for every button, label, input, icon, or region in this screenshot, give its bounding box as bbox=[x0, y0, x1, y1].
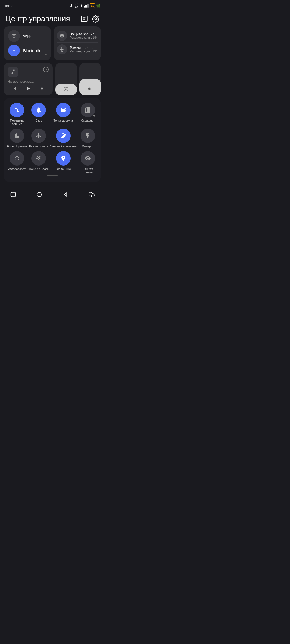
energy-icon-wrap bbox=[56, 129, 71, 143]
location-icon bbox=[60, 155, 67, 162]
quick-item-eyeprotect[interactable]: Защита зрения bbox=[78, 151, 98, 174]
honorshare-icon-wrap bbox=[31, 151, 46, 166]
hotspot-label: Точка доступа bbox=[53, 119, 73, 122]
brightness-slider-tile[interactable] bbox=[55, 63, 77, 95]
night-icon-wrap bbox=[10, 129, 24, 143]
eye-protect-row[interactable]: Защита зрения Рекомендации с ИИ bbox=[57, 29, 98, 42]
flight-mode-row[interactable]: Режим полета Рекомендации с ИИ bbox=[57, 42, 98, 56]
flight-mode-text: Режим полета Рекомендации с ИИ bbox=[70, 46, 97, 53]
music-icon bbox=[10, 69, 16, 75]
no-play-label: Не воспроизвод... bbox=[8, 79, 49, 83]
honorshare-label: HONOR Share bbox=[29, 167, 48, 171]
torch-icon bbox=[85, 133, 91, 139]
data-icon bbox=[14, 107, 20, 113]
share-button[interactable] bbox=[87, 190, 96, 199]
geo-icon-wrap bbox=[56, 151, 71, 166]
geo-label: Геоданные bbox=[56, 167, 71, 171]
back-button[interactable] bbox=[61, 190, 70, 199]
prev-button[interactable] bbox=[12, 86, 17, 91]
media-player-tile[interactable]: Не воспроизвод... bbox=[4, 63, 53, 95]
carrier-label: Tele2 bbox=[4, 4, 13, 8]
top-tiles: Wi-Fi Bluetooth Защита зрения Рекомендац… bbox=[0, 26, 105, 63]
status-bar: Tele2 5.8K/s 11 🌿 bbox=[0, 0, 105, 10]
svg-point-6 bbox=[95, 18, 97, 20]
bluetooth-row[interactable]: Bluetooth bbox=[8, 45, 47, 56]
svg-point-11 bbox=[37, 192, 42, 197]
svg-rect-3 bbox=[87, 4, 88, 7]
quick-item-energy[interactable]: Энергосбережение bbox=[50, 129, 77, 148]
honorshare-icon bbox=[35, 155, 42, 162]
rotate-label: Автоповорот bbox=[8, 167, 26, 171]
control-center-header: Центр управления bbox=[0, 10, 105, 26]
eye-protect-title: Защита зрения bbox=[70, 32, 97, 36]
signal-icon bbox=[84, 4, 89, 8]
quick-item-geo[interactable]: Геоданные bbox=[50, 151, 77, 174]
status-icons: 5.8K/s 11 🌿 bbox=[70, 3, 100, 9]
data-label: Передача данных bbox=[6, 119, 27, 126]
quick-item-screenshot[interactable]: Скришнот bbox=[78, 103, 98, 126]
eco-icon: 🌿 bbox=[96, 4, 100, 8]
svg-rect-10 bbox=[11, 192, 16, 197]
wifi-icon bbox=[11, 33, 17, 39]
quick-item-airplane[interactable]: Режим полета bbox=[28, 129, 49, 148]
eyeprotect2-icon-wrap bbox=[81, 151, 95, 166]
header-actions bbox=[81, 15, 99, 23]
quick-toggles-panel: Передача данных Звук Точка доступа bbox=[4, 98, 101, 182]
flight-mode-sub: Рекомендации с ИИ bbox=[70, 50, 97, 53]
energy-label: Энергосбережение bbox=[50, 145, 77, 148]
svg-marker-12 bbox=[64, 193, 66, 197]
volume-slider-tile[interactable] bbox=[79, 63, 101, 95]
sound-label: Звук bbox=[36, 119, 42, 122]
svg-point-8 bbox=[38, 157, 40, 159]
svg-point-9 bbox=[37, 156, 41, 160]
media-controls bbox=[8, 86, 49, 92]
quick-item-honorshare[interactable]: HONOR Share bbox=[28, 151, 49, 174]
sound-icon-wrap bbox=[31, 103, 46, 117]
bluetooth-status-icon bbox=[70, 4, 73, 8]
airplane-label: Режим полета bbox=[29, 145, 48, 148]
speed-label: 5.8K/s bbox=[74, 3, 78, 9]
recent-apps-button[interactable] bbox=[8, 190, 18, 199]
energy-icon bbox=[60, 133, 67, 139]
eye-icon bbox=[59, 33, 65, 38]
screenshot-chevron bbox=[93, 115, 95, 117]
volume-icon bbox=[88, 86, 93, 92]
music-icon-wrap bbox=[8, 67, 18, 77]
home-button[interactable] bbox=[34, 190, 44, 199]
bell-icon bbox=[35, 107, 42, 113]
quick-item-torch[interactable]: Фонарик bbox=[78, 129, 98, 148]
brightness-icon bbox=[63, 86, 69, 92]
wifi-label: Wi-Fi bbox=[23, 34, 32, 38]
eye-flight-tile[interactable]: Защита зрения Рекомендации с ИИ Режим по… bbox=[54, 26, 101, 60]
quick-item-night[interactable]: Ночной режим bbox=[6, 129, 27, 148]
settings-button[interactable] bbox=[92, 15, 99, 23]
quick-item-hotspot[interactable]: Точка доступа bbox=[50, 103, 77, 126]
data-icon-wrap bbox=[10, 103, 24, 117]
eye-protect-text: Защита зрения Рекомендации с ИИ bbox=[70, 32, 97, 40]
quick-item-data[interactable]: Передача данных bbox=[6, 103, 27, 126]
quick-item-rotate[interactable]: Автоповорот bbox=[6, 151, 27, 174]
quick-item-sound[interactable]: Звук bbox=[28, 103, 49, 126]
rotate-icon-wrap bbox=[10, 151, 24, 166]
bottom-nav bbox=[0, 186, 105, 205]
svg-rect-0 bbox=[84, 6, 85, 7]
next-button[interactable] bbox=[39, 86, 45, 91]
wave-icon[interactable] bbox=[43, 67, 49, 72]
play-button[interactable] bbox=[25, 86, 31, 92]
wifi-row[interactable]: Wi-Fi bbox=[8, 30, 47, 42]
airplane-icon bbox=[35, 133, 42, 139]
eyeprotect2-label: Защита зрения bbox=[78, 167, 98, 174]
svg-rect-2 bbox=[86, 5, 87, 8]
swipe-bar bbox=[47, 175, 58, 176]
wifi-icon-wrap bbox=[8, 30, 20, 42]
edit-button[interactable] bbox=[81, 15, 88, 23]
bluetooth-icon bbox=[11, 48, 17, 53]
night-label: Ночной режим bbox=[7, 145, 27, 148]
scissors-icon bbox=[85, 107, 91, 113]
eye-protect-sub: Рекомендации с ИИ bbox=[70, 36, 97, 39]
wifi-bluetooth-tile[interactable]: Wi-Fi Bluetooth bbox=[4, 26, 51, 60]
screenshot-icon-wrap bbox=[81, 103, 95, 117]
flight-icon-wrap bbox=[57, 44, 67, 54]
hotspot-icon bbox=[60, 107, 67, 113]
bluetooth-label: Bluetooth bbox=[23, 48, 40, 53]
